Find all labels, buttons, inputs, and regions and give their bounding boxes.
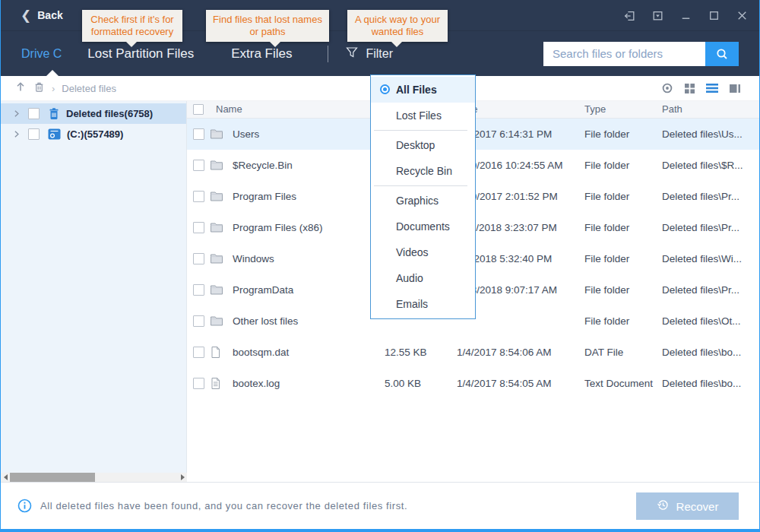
file-type: File folder bbox=[584, 306, 629, 337]
file-type: File folder bbox=[584, 150, 629, 181]
filter-menu-item[interactable]: Videos bbox=[371, 239, 475, 265]
column-header-type[interactable]: Type bbox=[584, 101, 606, 118]
select-all-checkbox[interactable] bbox=[193, 104, 204, 115]
file-path: Deleted files\Us... bbox=[662, 119, 756, 150]
preview-eye-icon[interactable] bbox=[661, 82, 673, 94]
trash-crumb-icon[interactable] bbox=[33, 81, 45, 96]
file-path: Deleted files\bo... bbox=[662, 368, 756, 399]
search-box bbox=[543, 42, 739, 66]
row-checkbox[interactable] bbox=[193, 222, 204, 233]
filter-menu-item[interactable]: Audio bbox=[371, 265, 475, 291]
file-icon bbox=[210, 346, 221, 359]
tree-item-label: (C:)(557489) bbox=[67, 128, 123, 140]
active-tab-pointer bbox=[46, 70, 59, 76]
up-arrow-icon[interactable] bbox=[14, 81, 27, 96]
close-icon[interactable] bbox=[736, 9, 749, 22]
scroll-left-arrow[interactable] bbox=[1, 473, 10, 482]
expand-chevron-icon[interactable] bbox=[11, 129, 21, 139]
tooltip-lost-names: Find files that lost names or paths bbox=[206, 10, 329, 42]
file-name: $Recycle.Bin bbox=[233, 150, 293, 181]
row-checkbox[interactable] bbox=[193, 253, 204, 264]
filter-menu-item[interactable]: Graphics bbox=[371, 188, 475, 214]
chevron-left-icon: ❮ bbox=[21, 9, 31, 22]
column-header-path[interactable]: Path bbox=[662, 101, 682, 118]
file-name: Program Files (x86) bbox=[233, 212, 323, 243]
scrollbar-thumb[interactable] bbox=[10, 473, 95, 482]
folder-icon bbox=[210, 128, 223, 140]
tab-extra-files[interactable]: Extra Files bbox=[231, 46, 292, 62]
tree-checkbox[interactable] bbox=[28, 108, 40, 119]
recover-label: Recover bbox=[676, 500, 719, 513]
file-path: Deleted files\Pr... bbox=[662, 212, 756, 243]
tree-item-deleted-files[interactable]: Deleted files(6758) bbox=[1, 103, 186, 124]
filter-dropdown-menu: All Files Lost Files Desktop Recycle Bin… bbox=[370, 74, 476, 319]
file-type: File folder bbox=[584, 181, 629, 212]
menu-dropdown-icon[interactable] bbox=[651, 9, 664, 22]
file-name: bootsqm.dat bbox=[233, 337, 289, 368]
folder-icon bbox=[210, 221, 223, 233]
back-button[interactable]: ❮ Back bbox=[21, 9, 63, 22]
minimize-icon[interactable] bbox=[679, 9, 692, 22]
tab-lost-partition-files[interactable]: Lost Partition Files bbox=[87, 46, 194, 62]
maximize-icon[interactable] bbox=[708, 9, 720, 22]
filter-menu-item-label: Desktop bbox=[396, 139, 435, 151]
filter-button[interactable]: Filter bbox=[345, 46, 393, 62]
folder-icon bbox=[210, 159, 223, 171]
back-label: Back bbox=[37, 9, 62, 21]
funnel-icon bbox=[345, 46, 359, 62]
menu-separator bbox=[374, 130, 467, 131]
filter-menu-item[interactable]: Desktop bbox=[371, 132, 475, 158]
recover-button[interactable]: Recover bbox=[636, 492, 739, 520]
footer-bar: All deleted files have been found, and y… bbox=[1, 482, 759, 532]
tab-drive-c[interactable]: Drive C bbox=[21, 47, 62, 61]
window-bottom-border bbox=[1, 529, 759, 532]
filter-menu-item-label: Documents bbox=[396, 220, 450, 233]
filter-menu-item[interactable]: Lost Files bbox=[371, 103, 475, 128]
file-name: Other lost files bbox=[233, 306, 298, 337]
search-input[interactable] bbox=[543, 42, 705, 66]
search-button[interactable] bbox=[705, 42, 739, 66]
file-path: Deleted files\Ot... bbox=[662, 306, 756, 337]
row-checkbox[interactable] bbox=[193, 378, 204, 389]
horizontal-scrollbar[interactable] bbox=[1, 473, 187, 482]
tree-checkbox[interactable] bbox=[28, 128, 40, 140]
row-checkbox[interactable] bbox=[193, 347, 204, 358]
breadcrumb-location: Deleted files bbox=[62, 83, 116, 94]
breadcrumb: › Deleted files bbox=[14, 81, 116, 96]
row-checkbox[interactable] bbox=[193, 284, 204, 296]
recover-history-icon bbox=[657, 499, 670, 514]
row-checkbox[interactable] bbox=[193, 191, 204, 202]
row-checkbox[interactable] bbox=[193, 160, 204, 171]
grid-view-icon[interactable] bbox=[684, 83, 695, 94]
filter-menu-item[interactable]: Emails bbox=[371, 291, 475, 317]
row-checkbox[interactable] bbox=[193, 128, 204, 140]
scroll-right-arrow[interactable] bbox=[178, 473, 187, 482]
filter-menu-item-label: Graphics bbox=[396, 195, 439, 207]
detail-pane-icon[interactable] bbox=[729, 83, 741, 94]
filter-menu-item-label: Emails bbox=[396, 298, 428, 310]
info-icon bbox=[17, 499, 32, 513]
tree-item-drive-c[interactable]: (C:)(557489) bbox=[1, 124, 186, 144]
filter-menu-item[interactable]: All Files bbox=[371, 77, 475, 103]
filter-menu-item[interactable]: Recycle Bin bbox=[371, 158, 475, 184]
table-row[interactable]: bootex.log 5.00 KB 1/4/2017 8:54:05 AM T… bbox=[187, 368, 759, 399]
expand-chevron-icon[interactable] bbox=[11, 109, 21, 119]
file-type: File folder bbox=[584, 119, 629, 150]
row-checkbox[interactable] bbox=[193, 315, 204, 327]
file-size: 5.00 KB bbox=[385, 368, 421, 399]
column-header-name[interactable]: Name bbox=[216, 101, 242, 118]
tooltip-formatted-recovery: Check first if it's for formatted recove… bbox=[82, 10, 182, 42]
file-path: Deleted files\$R... bbox=[662, 150, 756, 181]
filter-menu-item-label: Lost Files bbox=[396, 109, 442, 122]
chevron-right-icon: › bbox=[52, 83, 55, 94]
logout-icon[interactable] bbox=[623, 9, 636, 22]
filter-menu-item[interactable]: Documents bbox=[371, 214, 475, 239]
table-row[interactable]: bootsqm.dat 12.55 KB 1/4/2017 8:54:06 AM… bbox=[187, 337, 759, 368]
list-view-icon[interactable] bbox=[706, 83, 718, 93]
file-size: 12.55 KB bbox=[385, 337, 427, 368]
menu-separator bbox=[374, 185, 467, 186]
app-window: ❮ Back Dri bbox=[0, 0, 760, 532]
folder-icon bbox=[210, 315, 223, 327]
folder-icon bbox=[210, 283, 223, 296]
radio-selected-icon bbox=[380, 84, 390, 94]
